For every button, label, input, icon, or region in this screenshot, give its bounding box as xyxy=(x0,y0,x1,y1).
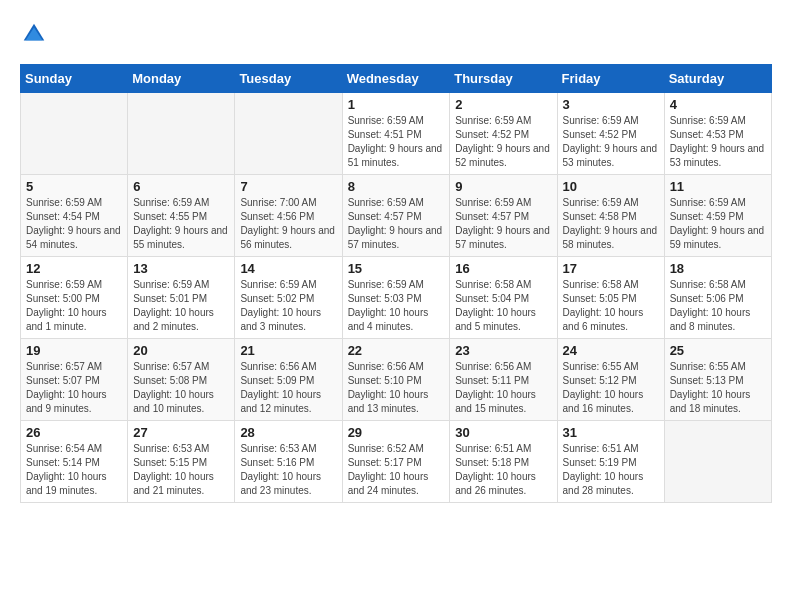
day-info: Sunrise: 6:59 AM Sunset: 4:57 PM Dayligh… xyxy=(348,196,445,252)
day-info: Sunrise: 6:53 AM Sunset: 5:15 PM Dayligh… xyxy=(133,442,229,498)
day-info: Sunrise: 6:59 AM Sunset: 5:00 PM Dayligh… xyxy=(26,278,122,334)
day-info: Sunrise: 6:58 AM Sunset: 5:06 PM Dayligh… xyxy=(670,278,766,334)
calendar-cell: 30Sunrise: 6:51 AM Sunset: 5:18 PM Dayli… xyxy=(450,421,557,503)
day-of-week-header: Friday xyxy=(557,65,664,93)
calendar-week-row: 12Sunrise: 6:59 AM Sunset: 5:00 PM Dayli… xyxy=(21,257,772,339)
page-header xyxy=(20,20,772,48)
day-number: 2 xyxy=(455,97,551,112)
day-info: Sunrise: 6:55 AM Sunset: 5:13 PM Dayligh… xyxy=(670,360,766,416)
calendar-cell: 11Sunrise: 6:59 AM Sunset: 4:59 PM Dayli… xyxy=(664,175,771,257)
day-number: 29 xyxy=(348,425,445,440)
calendar-cell: 31Sunrise: 6:51 AM Sunset: 5:19 PM Dayli… xyxy=(557,421,664,503)
day-info: Sunrise: 6:59 AM Sunset: 4:57 PM Dayligh… xyxy=(455,196,551,252)
logo xyxy=(20,20,52,48)
calendar-cell: 8Sunrise: 6:59 AM Sunset: 4:57 PM Daylig… xyxy=(342,175,450,257)
day-number: 21 xyxy=(240,343,336,358)
day-info: Sunrise: 6:59 AM Sunset: 5:02 PM Dayligh… xyxy=(240,278,336,334)
day-info: Sunrise: 6:56 AM Sunset: 5:11 PM Dayligh… xyxy=(455,360,551,416)
day-number: 31 xyxy=(563,425,659,440)
day-info: Sunrise: 6:54 AM Sunset: 5:14 PM Dayligh… xyxy=(26,442,122,498)
day-number: 5 xyxy=(26,179,122,194)
day-info: Sunrise: 6:57 AM Sunset: 5:08 PM Dayligh… xyxy=(133,360,229,416)
calendar-cell xyxy=(664,421,771,503)
calendar-table: SundayMondayTuesdayWednesdayThursdayFrid… xyxy=(20,64,772,503)
day-info: Sunrise: 6:56 AM Sunset: 5:10 PM Dayligh… xyxy=(348,360,445,416)
day-number: 20 xyxy=(133,343,229,358)
day-number: 11 xyxy=(670,179,766,194)
day-number: 4 xyxy=(670,97,766,112)
day-info: Sunrise: 7:00 AM Sunset: 4:56 PM Dayligh… xyxy=(240,196,336,252)
logo-icon xyxy=(20,20,48,48)
calendar-cell: 15Sunrise: 6:59 AM Sunset: 5:03 PM Dayli… xyxy=(342,257,450,339)
calendar-cell: 13Sunrise: 6:59 AM Sunset: 5:01 PM Dayli… xyxy=(128,257,235,339)
day-number: 25 xyxy=(670,343,766,358)
calendar-cell xyxy=(128,93,235,175)
calendar-cell: 21Sunrise: 6:56 AM Sunset: 5:09 PM Dayli… xyxy=(235,339,342,421)
day-number: 3 xyxy=(563,97,659,112)
day-info: Sunrise: 6:58 AM Sunset: 5:04 PM Dayligh… xyxy=(455,278,551,334)
day-number: 28 xyxy=(240,425,336,440)
day-of-week-header: Monday xyxy=(128,65,235,93)
day-info: Sunrise: 6:59 AM Sunset: 4:59 PM Dayligh… xyxy=(670,196,766,252)
calendar-cell: 5Sunrise: 6:59 AM Sunset: 4:54 PM Daylig… xyxy=(21,175,128,257)
calendar-cell: 28Sunrise: 6:53 AM Sunset: 5:16 PM Dayli… xyxy=(235,421,342,503)
day-info: Sunrise: 6:56 AM Sunset: 5:09 PM Dayligh… xyxy=(240,360,336,416)
day-number: 22 xyxy=(348,343,445,358)
day-number: 12 xyxy=(26,261,122,276)
day-info: Sunrise: 6:59 AM Sunset: 5:03 PM Dayligh… xyxy=(348,278,445,334)
calendar-cell: 19Sunrise: 6:57 AM Sunset: 5:07 PM Dayli… xyxy=(21,339,128,421)
calendar-cell: 12Sunrise: 6:59 AM Sunset: 5:00 PM Dayli… xyxy=(21,257,128,339)
day-info: Sunrise: 6:59 AM Sunset: 4:52 PM Dayligh… xyxy=(455,114,551,170)
calendar-cell: 29Sunrise: 6:52 AM Sunset: 5:17 PM Dayli… xyxy=(342,421,450,503)
calendar-cell: 26Sunrise: 6:54 AM Sunset: 5:14 PM Dayli… xyxy=(21,421,128,503)
day-number: 10 xyxy=(563,179,659,194)
day-number: 23 xyxy=(455,343,551,358)
day-number: 15 xyxy=(348,261,445,276)
calendar-week-row: 26Sunrise: 6:54 AM Sunset: 5:14 PM Dayli… xyxy=(21,421,772,503)
day-info: Sunrise: 6:52 AM Sunset: 5:17 PM Dayligh… xyxy=(348,442,445,498)
calendar-cell: 7Sunrise: 7:00 AM Sunset: 4:56 PM Daylig… xyxy=(235,175,342,257)
day-number: 18 xyxy=(670,261,766,276)
day-info: Sunrise: 6:59 AM Sunset: 4:55 PM Dayligh… xyxy=(133,196,229,252)
day-number: 24 xyxy=(563,343,659,358)
calendar-cell: 17Sunrise: 6:58 AM Sunset: 5:05 PM Dayli… xyxy=(557,257,664,339)
calendar-cell: 25Sunrise: 6:55 AM Sunset: 5:13 PM Dayli… xyxy=(664,339,771,421)
day-number: 16 xyxy=(455,261,551,276)
day-number: 19 xyxy=(26,343,122,358)
day-info: Sunrise: 6:51 AM Sunset: 5:19 PM Dayligh… xyxy=(563,442,659,498)
calendar-cell: 18Sunrise: 6:58 AM Sunset: 5:06 PM Dayli… xyxy=(664,257,771,339)
day-info: Sunrise: 6:58 AM Sunset: 5:05 PM Dayligh… xyxy=(563,278,659,334)
day-number: 8 xyxy=(348,179,445,194)
calendar-cell: 22Sunrise: 6:56 AM Sunset: 5:10 PM Dayli… xyxy=(342,339,450,421)
day-of-week-header: Thursday xyxy=(450,65,557,93)
day-info: Sunrise: 6:59 AM Sunset: 4:54 PM Dayligh… xyxy=(26,196,122,252)
calendar-cell xyxy=(235,93,342,175)
day-info: Sunrise: 6:57 AM Sunset: 5:07 PM Dayligh… xyxy=(26,360,122,416)
day-of-week-header: Tuesday xyxy=(235,65,342,93)
day-number: 9 xyxy=(455,179,551,194)
day-number: 1 xyxy=(348,97,445,112)
day-info: Sunrise: 6:59 AM Sunset: 5:01 PM Dayligh… xyxy=(133,278,229,334)
calendar-cell: 16Sunrise: 6:58 AM Sunset: 5:04 PM Dayli… xyxy=(450,257,557,339)
day-of-week-header: Saturday xyxy=(664,65,771,93)
calendar-week-row: 19Sunrise: 6:57 AM Sunset: 5:07 PM Dayli… xyxy=(21,339,772,421)
calendar-cell: 9Sunrise: 6:59 AM Sunset: 4:57 PM Daylig… xyxy=(450,175,557,257)
calendar-cell: 1Sunrise: 6:59 AM Sunset: 4:51 PM Daylig… xyxy=(342,93,450,175)
day-info: Sunrise: 6:59 AM Sunset: 4:51 PM Dayligh… xyxy=(348,114,445,170)
day-number: 26 xyxy=(26,425,122,440)
day-info: Sunrise: 6:51 AM Sunset: 5:18 PM Dayligh… xyxy=(455,442,551,498)
day-info: Sunrise: 6:59 AM Sunset: 4:52 PM Dayligh… xyxy=(563,114,659,170)
calendar-cell: 24Sunrise: 6:55 AM Sunset: 5:12 PM Dayli… xyxy=(557,339,664,421)
calendar-cell: 27Sunrise: 6:53 AM Sunset: 5:15 PM Dayli… xyxy=(128,421,235,503)
day-number: 30 xyxy=(455,425,551,440)
calendar-header-row: SundayMondayTuesdayWednesdayThursdayFrid… xyxy=(21,65,772,93)
calendar-cell: 20Sunrise: 6:57 AM Sunset: 5:08 PM Dayli… xyxy=(128,339,235,421)
calendar-cell: 10Sunrise: 6:59 AM Sunset: 4:58 PM Dayli… xyxy=(557,175,664,257)
day-number: 6 xyxy=(133,179,229,194)
day-number: 27 xyxy=(133,425,229,440)
day-number: 7 xyxy=(240,179,336,194)
day-number: 17 xyxy=(563,261,659,276)
calendar-cell: 2Sunrise: 6:59 AM Sunset: 4:52 PM Daylig… xyxy=(450,93,557,175)
day-of-week-header: Wednesday xyxy=(342,65,450,93)
day-info: Sunrise: 6:59 AM Sunset: 4:53 PM Dayligh… xyxy=(670,114,766,170)
